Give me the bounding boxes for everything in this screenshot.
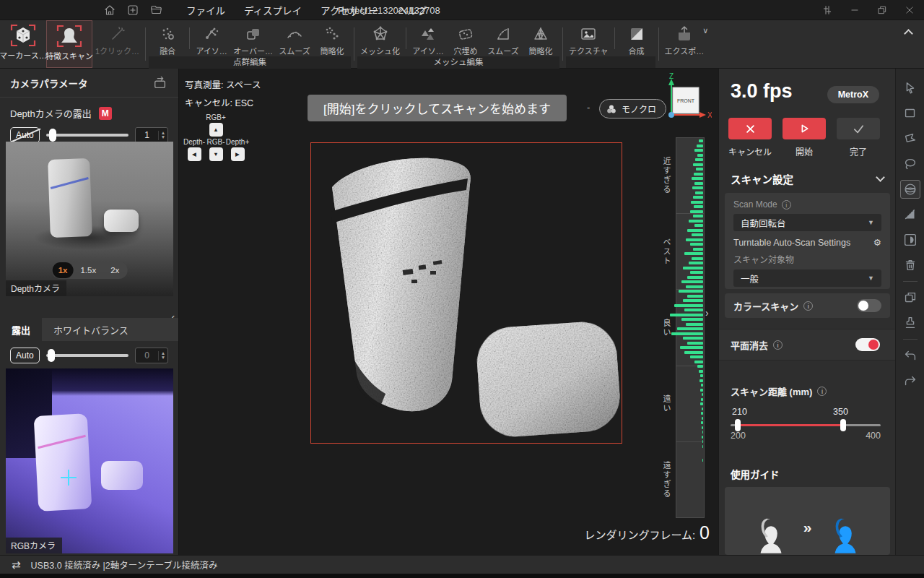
selection-toolbar: [895, 69, 924, 555]
color-scan-row: カラースキャン: [725, 293, 890, 318]
tool-smooth-points[interactable]: スムーズ: [276, 20, 313, 56]
scan-mode-select[interactable]: 自動回転台▼: [733, 214, 881, 231]
redo-button[interactable]: [900, 371, 920, 390]
plane-removal-toggle[interactable]: [855, 338, 880, 351]
tab-marker-scan[interactable]: マーカース…: [0, 20, 46, 68]
menu-file[interactable]: ファイル: [186, 3, 225, 17]
distance-low-handle[interactable]: [735, 419, 741, 431]
tool-fill-holes[interactable]: 穴埋め: [447, 20, 484, 56]
tool-simplify-mesh[interactable]: 簡略化: [522, 20, 559, 56]
orientation-gizmo[interactable]: Z X FRONT: [655, 73, 712, 125]
rgb-auto-button[interactable]: Auto: [10, 348, 40, 363]
stepper-down-icon[interactable]: ▼: [161, 355, 165, 361]
minimize-button[interactable]: [845, 2, 865, 18]
divider: [903, 281, 918, 282]
histogram-expand-handle[interactable]: ›: [705, 307, 709, 319]
turntable-settings-link[interactable]: Turntable Auto-Scan Settings: [733, 238, 850, 248]
rgb-plus-key[interactable]: ▲: [209, 123, 223, 137]
scanned-pointcloud[interactable]: [310, 142, 622, 444]
scan-settings-header[interactable]: スキャン設定: [731, 171, 884, 186]
isolated-mesh-icon: [419, 25, 437, 43]
open-folder-icon[interactable]: [147, 2, 165, 18]
tool-fuse[interactable]: 融合: [149, 20, 186, 56]
usb-connection-icon: ⇄: [12, 558, 21, 571]
depth-plus-key[interactable]: ▶: [231, 147, 245, 161]
color-scan-toggle[interactable]: [857, 299, 881, 312]
sphere-select-tool[interactable]: [900, 180, 920, 199]
polygon-select-tool[interactable]: [900, 129, 920, 148]
crop-select-tool[interactable]: [900, 230, 920, 249]
depth-exposure-slider[interactable]: [46, 127, 128, 143]
depth-camera-preview: 1x 1.5x 2x Depthカメラ: [6, 142, 173, 296]
tool-isolated-points[interactable]: アイソ…: [193, 20, 230, 56]
home-icon[interactable]: [101, 2, 118, 18]
connection-status-text: USB3.0 接続済み |2軸ターンテーブル接続済み: [31, 558, 218, 571]
info-icon[interactable]: [782, 200, 791, 210]
cursor-tool[interactable]: [900, 79, 920, 98]
toolbar-collapse[interactable]: [905, 27, 914, 36]
rgb-minus-key[interactable]: ▼: [209, 147, 223, 161]
rgb-exposure-slider[interactable]: [46, 348, 128, 363]
scan-distance-slider[interactable]: 210 350 200 400: [731, 407, 881, 444]
flip-view-icon[interactable]: [152, 76, 168, 90]
tool-export[interactable]: エクスポ… ∨: [662, 20, 707, 68]
histogram-bar: [683, 267, 703, 269]
close-button[interactable]: [899, 2, 920, 18]
rgb-exposure-slider-handle[interactable]: [48, 349, 55, 362]
histogram-bar: [701, 421, 703, 424]
delete-tool[interactable]: [900, 256, 920, 275]
depth-exposure-slider-handle[interactable]: [49, 129, 56, 142]
info-icon[interactable]: [773, 340, 783, 350]
depth-auto-button[interactable]: Auto: [10, 127, 40, 143]
scan-viewport[interactable]: 写真測量: スペース キャンセル: ESC RGB+ ▲ Depth- RGB-…: [179, 69, 718, 555]
gear-icon[interactable]: ⚙: [873, 237, 881, 248]
histogram-bar: [694, 361, 703, 363]
zoom-2x[interactable]: 2x: [103, 263, 126, 277]
stamp-tool[interactable]: [900, 314, 920, 332]
lasso-select-tool[interactable]: [900, 155, 920, 173]
zoom-1-5x[interactable]: 1.5x: [73, 263, 103, 277]
undo-button[interactable]: [900, 346, 920, 365]
tool-smooth-mesh[interactable]: スムーズ: [484, 20, 522, 56]
depth-exposure-stepper[interactable]: 1 ▲▼: [135, 127, 168, 143]
tool-simplify-points[interactable]: 簡略化: [313, 20, 351, 56]
tab-one-click[interactable]: 1クリック…: [92, 20, 142, 68]
duplicate-tool[interactable]: [900, 288, 920, 307]
rgb-exposure-stepper[interactable]: 0 ▲▼: [135, 348, 168, 363]
distance-high-handle[interactable]: [840, 419, 846, 431]
info-icon[interactable]: [817, 387, 827, 396]
start-button[interactable]: [783, 118, 826, 139]
histogram-bar: [684, 252, 703, 255]
info-icon[interactable]: [803, 301, 813, 311]
stepper-down-icon[interactable]: ▼: [161, 135, 165, 140]
tool-mesh[interactable]: メッシュ化: [357, 20, 403, 56]
tab-feature-scan[interactable]: 特徴スキャン: [46, 20, 92, 68]
tab-exposure[interactable]: 露出: [0, 318, 42, 341]
tool-composite[interactable]: 合成: [618, 20, 655, 56]
depth-minus-key[interactable]: ◀: [188, 147, 201, 161]
cancel-button[interactable]: [728, 118, 772, 139]
histogram-bar: [702, 426, 703, 429]
rect-select-tool[interactable]: [900, 104, 920, 123]
usage-guide-card[interactable]: »: [725, 487, 890, 555]
group-label-mesh: メッシュ編集: [357, 56, 559, 69]
manual-mode-badge[interactable]: M: [99, 107, 112, 120]
tool-isolated-mesh[interactable]: アイソ…: [409, 20, 447, 56]
scan-target-select[interactable]: 一般▼: [733, 269, 881, 287]
export-caret-icon: ∨: [702, 26, 708, 35]
tool-texture[interactable]: テクスチャ: [566, 20, 611, 56]
menu-display[interactable]: ディスプレイ: [244, 3, 302, 17]
histogram-bar: [680, 346, 703, 349]
restore-button[interactable]: [872, 2, 892, 18]
depth-histogram: 近すぎる ベスト 良い 遠い 遠すぎる: [655, 137, 705, 518]
tool-overlap[interactable]: オーバー…: [230, 20, 276, 56]
histogram-bar: [671, 332, 703, 335]
invert-select-tool[interactable]: [900, 205, 920, 224]
histogram-bar: [686, 285, 703, 288]
histogram-bar: [697, 365, 703, 368]
tab-white-balance[interactable]: ホワイトバランス: [42, 318, 140, 341]
zoom-1x[interactable]: 1x: [53, 262, 74, 278]
complete-button[interactable]: [837, 118, 880, 139]
preferences-icon[interactable]: [817, 2, 837, 18]
new-project-icon[interactable]: [124, 2, 141, 18]
